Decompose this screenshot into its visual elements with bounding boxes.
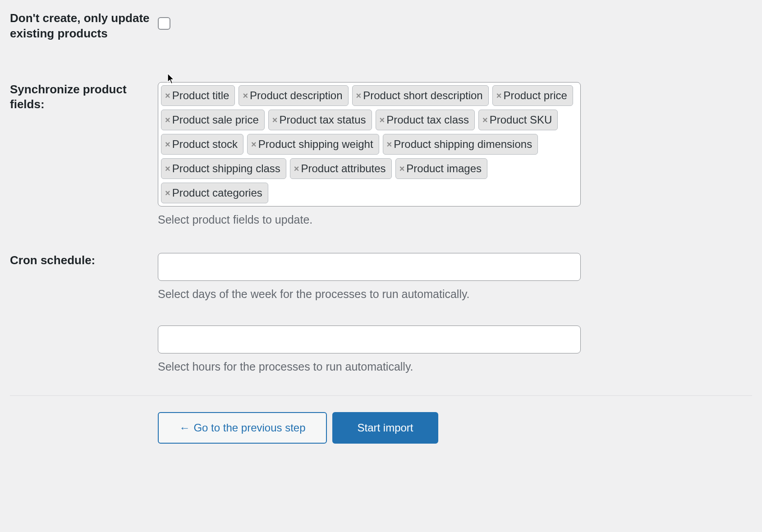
remove-tag-icon[interactable]: × <box>243 91 248 100</box>
sync-fields-label: Synchronize product fields: <box>10 82 158 113</box>
start-import-button[interactable]: Start import <box>332 412 438 444</box>
remove-tag-icon[interactable]: × <box>356 91 362 100</box>
sync-field-tag[interactable]: ×Product short description <box>352 85 489 106</box>
update-only-checkbox[interactable] <box>158 17 170 30</box>
sync-field-tag[interactable]: ×Product SKU <box>478 110 558 130</box>
cron-hours-help: Select hours for the processes to run au… <box>158 359 581 375</box>
sync-field-tag[interactable]: ×Product images <box>395 158 487 179</box>
sync-field-tag-label: Product attributes <box>301 161 386 177</box>
arrow-left-icon: ← <box>179 422 190 434</box>
previous-step-button[interactable]: ← Go to the previous step <box>158 412 327 444</box>
remove-tag-icon[interactable]: × <box>165 140 170 149</box>
remove-tag-icon[interactable]: × <box>272 115 278 124</box>
sync-field-tag[interactable]: ×Product attributes <box>290 158 392 179</box>
sync-field-tag-label: Product SKU <box>490 112 552 128</box>
previous-step-label: Go to the previous step <box>193 422 305 434</box>
sync-field-tag-label: Product shipping class <box>172 161 280 177</box>
sync-field-tag[interactable]: ×Product categories <box>161 183 268 203</box>
remove-tag-icon[interactable]: × <box>165 188 170 197</box>
sync-field-tag-label: Product stock <box>172 136 238 152</box>
remove-tag-icon[interactable]: × <box>399 164 405 173</box>
sync-field-tag[interactable]: ×Product sale price <box>161 110 265 130</box>
sync-field-tag[interactable]: ×Product shipping dimensions <box>383 134 538 155</box>
sync-field-tag[interactable]: ×Product shipping weight <box>247 134 379 155</box>
remove-tag-icon[interactable]: × <box>165 164 170 173</box>
remove-tag-icon[interactable]: × <box>482 115 488 124</box>
remove-tag-icon[interactable]: × <box>165 115 170 124</box>
cron-hours-select[interactable] <box>158 326 581 353</box>
sync-field-tag-label: Product shipping weight <box>258 136 373 152</box>
remove-tag-icon[interactable]: × <box>294 164 299 173</box>
sync-field-tag[interactable]: ×Product price <box>492 85 573 106</box>
sync-field-tag-label: Product categories <box>172 185 262 201</box>
cron-schedule-label: Cron schedule: <box>10 253 158 268</box>
sync-field-tag[interactable]: ×Product description <box>239 85 348 106</box>
footer-separator <box>10 395 752 396</box>
sync-field-tag-label: Product tax status <box>279 112 366 128</box>
sync-field-tag-label: Product shipping dimensions <box>394 136 532 152</box>
remove-tag-icon[interactable]: × <box>251 140 257 149</box>
update-only-label: Don't create, only update existing produ… <box>10 11 158 41</box>
sync-field-tag[interactable]: ×Product shipping class <box>161 158 286 179</box>
sync-fields-multiselect[interactable]: ×Product title×Product description×Produ… <box>158 82 581 206</box>
sync-field-tag-label: Product short description <box>363 87 482 104</box>
remove-tag-icon[interactable]: × <box>496 91 502 100</box>
remove-tag-icon[interactable]: × <box>380 115 385 124</box>
sync-field-tag-label: Product description <box>250 87 342 104</box>
remove-tag-icon[interactable]: × <box>387 140 392 149</box>
sync-field-tag-label: Product sale price <box>172 112 259 128</box>
sync-field-tag-label: Product tax class <box>386 112 469 128</box>
sync-field-tag[interactable]: ×Product tax class <box>376 110 475 130</box>
sync-field-tag-label: Product title <box>172 87 230 104</box>
sync-field-tag-label: Product images <box>406 161 482 177</box>
sync-field-tag[interactable]: ×Product stock <box>161 134 243 155</box>
cron-days-help: Select days of the week for the processe… <box>158 286 581 302</box>
cron-days-select[interactable] <box>158 253 581 281</box>
sync-field-tag[interactable]: ×Product tax status <box>268 110 372 130</box>
remove-tag-icon[interactable]: × <box>165 91 170 100</box>
sync-field-tag-label: Product price <box>503 87 567 104</box>
sync-fields-help: Select product fields to update. <box>158 212 581 228</box>
start-import-label: Start import <box>357 422 413 434</box>
sync-field-tag[interactable]: ×Product title <box>161 85 235 106</box>
